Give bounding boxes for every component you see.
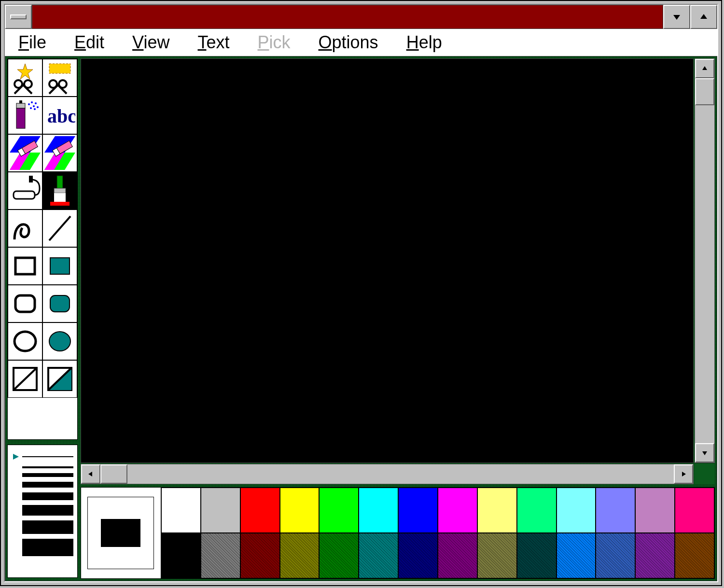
tool-polygon[interactable] (8, 360, 42, 398)
palette-swatch-r1-c10[interactable] (557, 533, 596, 578)
line-width-option-2[interactable] (12, 473, 73, 477)
tool-eraser[interactable] (42, 134, 77, 172)
menu-help[interactable]: Help (406, 32, 442, 53)
palette-swatch-r0-c3[interactable] (280, 488, 320, 533)
palette-swatch-r1-c1[interactable] (201, 533, 240, 578)
svg-point-16 (31, 101, 33, 103)
palette-swatch-r1-c11[interactable] (596, 533, 635, 578)
palette-swatch-r1-c7[interactable] (438, 533, 477, 578)
tool-filled-rounded-rect[interactable] (42, 285, 77, 322)
system-menu-button[interactable] (5, 5, 32, 29)
current-foreground-swatch (101, 519, 140, 546)
menu-bar: FileEditViewTextPickOptionsHelp (5, 29, 717, 56)
line-width-panel (7, 445, 78, 578)
line-width-option-1[interactable] (12, 466, 73, 468)
svg-point-15 (28, 103, 30, 105)
current-colors-indicator[interactable] (81, 488, 161, 578)
brush-icon (44, 174, 75, 208)
tool-rectangle[interactable] (8, 247, 42, 285)
tool-text[interactable]: abc (42, 97, 77, 134)
line-width-option-5[interactable] (12, 505, 73, 516)
palette-swatch-r1-c8[interactable] (477, 533, 517, 578)
vertical-scroll-thumb[interactable] (695, 78, 714, 105)
drawing-canvas[interactable] (81, 58, 694, 463)
palette-swatch-r0-c5[interactable] (359, 488, 398, 533)
text-icon: abc (44, 98, 75, 132)
palette-swatch-r0-c6[interactable] (398, 488, 438, 533)
tool-rounded-rect[interactable] (8, 285, 42, 322)
tool-curve[interactable] (8, 210, 42, 247)
line-width-sample (22, 482, 73, 488)
palette-swatch-r0-c12[interactable] (635, 488, 675, 533)
scroll-right-button[interactable] (674, 464, 693, 484)
palette-swatch-r0-c0[interactable] (161, 488, 201, 533)
menu-pick: Pick (258, 32, 291, 53)
minimize-icon (672, 13, 681, 21)
ellipse-icon (10, 324, 41, 358)
menu-options[interactable]: Options (319, 32, 378, 53)
scroll-down-button[interactable] (695, 443, 714, 462)
tool-paint-roller[interactable] (8, 172, 42, 210)
scroll-left-button[interactable] (81, 464, 100, 484)
palette-swatch-r1-c9[interactable] (517, 533, 557, 578)
tool-ellipse[interactable] (8, 322, 42, 360)
palette-swatch-r0-c9[interactable] (517, 488, 557, 533)
tool-filled-ellipse[interactable] (42, 322, 77, 360)
svg-marker-55 (682, 472, 686, 476)
palette-swatch-r1-c5[interactable] (359, 533, 398, 578)
system-menu-icon (10, 14, 27, 19)
arrow-left-icon (87, 471, 94, 477)
palette-swatch-r0-c4[interactable] (319, 488, 359, 533)
line-width-option-3[interactable] (12, 482, 73, 488)
maximize-button[interactable] (690, 5, 717, 29)
tool-filled-polygon[interactable] (42, 360, 77, 398)
svg-marker-53 (702, 451, 707, 455)
line-width-option-6[interactable] (12, 520, 73, 534)
tool-line[interactable] (42, 210, 77, 247)
horizontal-scroll-thumb[interactable] (100, 464, 127, 484)
client-area: abc (5, 56, 717, 581)
palette-swatch-r0-c11[interactable] (596, 488, 635, 533)
palette-swatch-r1-c3[interactable] (280, 533, 320, 578)
tool-airbrush[interactable] (8, 97, 42, 134)
arrow-right-icon (680, 471, 687, 477)
palette-swatch-r1-c12[interactable] (635, 533, 675, 578)
line-width-option-7[interactable] (12, 539, 73, 556)
palette-swatch-r1-c6[interactable] (398, 533, 438, 578)
palette-swatch-r0-c2[interactable] (240, 488, 280, 533)
palette-swatch-r0-c10[interactable] (557, 488, 596, 533)
palette-swatch-r0-c1[interactable] (201, 488, 240, 533)
tool-color-eraser[interactable] (8, 134, 42, 172)
palette-swatch-r1-c4[interactable] (319, 533, 359, 578)
menu-file[interactable]: File (18, 32, 46, 53)
menu-view[interactable]: View (132, 32, 169, 53)
tool-free-form-select[interactable] (8, 59, 42, 97)
scroll-up-button[interactable] (695, 59, 714, 78)
palette-swatch-r0-c8[interactable] (477, 488, 517, 533)
palette-swatch-r1-c13[interactable] (675, 533, 714, 578)
palette-swatch-r1-c0[interactable] (161, 533, 201, 578)
filled-rectangle-icon (44, 249, 75, 283)
line-width-option-0[interactable] (12, 452, 73, 462)
menu-edit[interactable]: Edit (74, 32, 104, 53)
free-form-select-icon (10, 61, 41, 95)
tool-brush[interactable] (42, 172, 77, 210)
maximize-icon (699, 13, 708, 21)
palette-swatch-r1-c2[interactable] (240, 533, 280, 578)
tool-rect-select[interactable] (42, 59, 77, 97)
tool-filled-rectangle[interactable] (42, 247, 77, 285)
eraser-icon (44, 136, 75, 170)
line-width-sample (22, 539, 73, 556)
svg-rect-42 (50, 295, 70, 312)
size-grip (695, 464, 715, 484)
line-width-option-4[interactable] (12, 492, 73, 500)
horizontal-scrollbar[interactable] (81, 464, 694, 484)
palette-swatch-r0-c13[interactable] (675, 488, 714, 533)
polygon-icon (10, 362, 41, 396)
palette-swatch-r0-c7[interactable] (438, 488, 477, 533)
minimize-button[interactable] (663, 5, 690, 29)
vertical-scrollbar[interactable] (695, 58, 715, 463)
title-bar (5, 5, 717, 29)
svg-rect-39 (15, 258, 35, 274)
menu-text[interactable]: Text (197, 32, 229, 53)
